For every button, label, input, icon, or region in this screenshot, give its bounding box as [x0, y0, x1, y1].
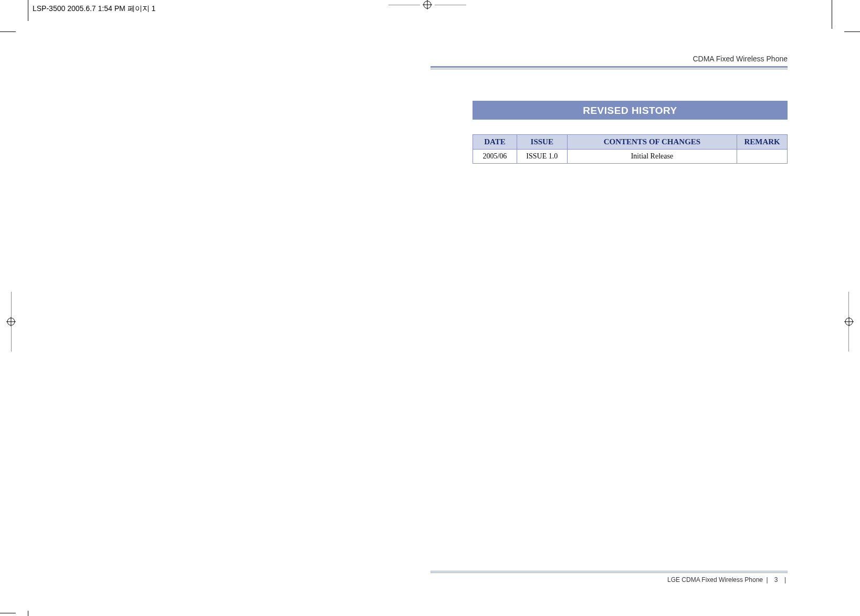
table-row: 2005/06 ISSUE 1.0 Initial Release: [473, 150, 788, 164]
footer-separator: |: [783, 576, 788, 583]
col-header-date: DATE: [473, 135, 517, 150]
content-block: REVISED HISTORY DATE ISSUE CONTENTS OF C…: [473, 101, 788, 164]
crop-mark: [28, 611, 28, 616]
section-title-banner: REVISED HISTORY: [473, 101, 788, 120]
crop-mark: [844, 31, 860, 32]
document-page: CDMA Fixed Wireless Phone REVISED HISTOR…: [431, 42, 819, 593]
registration-mark-icon: [844, 317, 854, 326]
page-header-title: CDMA Fixed Wireless Phone: [431, 42, 819, 65]
cell-date: 2005/06: [473, 150, 517, 164]
col-header-issue: ISSUE: [517, 135, 567, 150]
registration-line: [848, 326, 849, 352]
page-footer: LGE CDMA Fixed Wireless Phone | 3 |: [431, 571, 788, 583]
table-header-row: DATE ISSUE CONTENTS OF CHANGES REMARK: [473, 135, 788, 150]
crop-mark: [28, 0, 28, 21]
registration-mark-icon: [6, 317, 16, 326]
registration-line: [848, 292, 849, 317]
registration-mark-icon: [423, 0, 432, 9]
header-rule: [431, 66, 788, 68]
footer-separator: |: [764, 576, 769, 583]
registration-line: [435, 5, 466, 5]
footer-page-number: 3: [771, 576, 781, 583]
crop-mark: [0, 31, 16, 32]
registration-line: [389, 5, 420, 5]
cell-issue: ISSUE 1.0: [517, 150, 567, 164]
footer-text: LGE CDMA Fixed Wireless Phone | 3 |: [431, 576, 788, 583]
revision-history-table: DATE ISSUE CONTENTS OF CHANGES REMARK 20…: [473, 134, 788, 164]
footer-product-name: LGE CDMA Fixed Wireless Phone: [667, 576, 763, 583]
col-header-remark: REMARK: [737, 135, 788, 150]
registration-line: [11, 326, 12, 352]
cell-contents: Initial Release: [567, 150, 737, 164]
header-rule: [431, 69, 788, 69]
crop-mark: [0, 613, 16, 613]
registration-line: [11, 292, 12, 317]
footer-rule: [431, 571, 788, 571]
cell-remark: [737, 150, 788, 164]
print-job-header: LSP-3500 2005.6.7 1:54 PM 페이지 1: [33, 4, 155, 14]
col-header-contents: CONTENTS OF CHANGES: [567, 135, 737, 150]
crop-mark: [832, 0, 832, 29]
footer-rule: [431, 572, 788, 573]
